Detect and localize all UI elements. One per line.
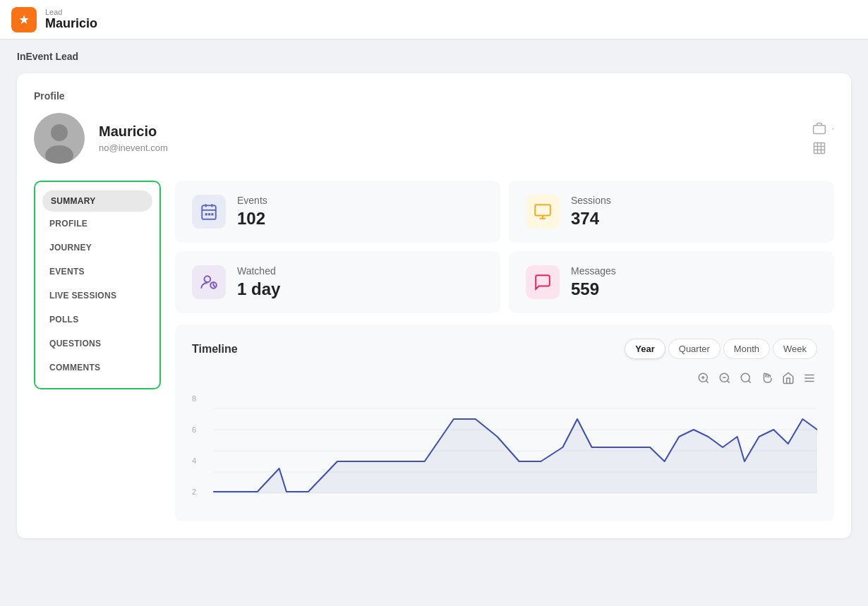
stat-card-messages: Messages 559 bbox=[509, 251, 834, 313]
home-icon[interactable] bbox=[780, 370, 796, 386]
y-axis-labels: 2 4 6 8 bbox=[192, 394, 209, 507]
timeline-title: Timeline bbox=[192, 343, 238, 356]
app-label: Lead bbox=[45, 8, 97, 16]
timeline-controls: Year Quarter Month Week bbox=[625, 339, 817, 359]
y-label-6: 6 bbox=[192, 425, 209, 434]
pan-icon[interactable] bbox=[759, 370, 775, 386]
events-label: Events bbox=[237, 195, 267, 206]
svg-point-20 bbox=[205, 276, 211, 282]
profile-info: Mauricio no@inevent.com · bbox=[34, 113, 834, 164]
svg-rect-17 bbox=[535, 205, 550, 215]
content-layout: SUMMARY PROFILE JOURNEY EVENTS LIVE SESS… bbox=[34, 181, 834, 521]
timeline-header: Timeline Year Quarter Month Week bbox=[192, 339, 817, 359]
watched-label: Watched bbox=[237, 265, 280, 277]
svg-point-1 bbox=[51, 124, 68, 141]
timeline-btn-quarter[interactable]: Quarter bbox=[668, 339, 721, 359]
y-label-4: 4 bbox=[192, 456, 209, 465]
sidebar-nav: SUMMARY PROFILE JOURNEY EVENTS LIVE SESS… bbox=[34, 181, 161, 389]
sidebar-item-summary[interactable]: SUMMARY bbox=[42, 190, 152, 212]
events-value: 102 bbox=[237, 209, 267, 229]
chart-tools bbox=[192, 370, 817, 386]
sidebar-item-events[interactable]: EVENTS bbox=[35, 260, 159, 284]
svg-rect-5 bbox=[814, 143, 824, 154]
logo-icon: ★ bbox=[18, 12, 30, 28]
svg-rect-10 bbox=[202, 205, 216, 219]
watched-value: 1 day bbox=[237, 279, 280, 299]
stat-card-watched: Watched 1 day bbox=[175, 251, 500, 313]
chart-container: 2 4 6 8 bbox=[192, 394, 817, 507]
watched-stat-text: Watched 1 day bbox=[237, 265, 280, 299]
briefcase-dot: · bbox=[832, 123, 834, 133]
messages-icon bbox=[526, 265, 560, 299]
stat-card-sessions: Sessions 374 bbox=[509, 181, 834, 243]
top-bar: ★ Lead Mauricio bbox=[0, 0, 868, 40]
sidebar-item-journey[interactable]: JOURNEY bbox=[35, 236, 159, 260]
svg-line-23 bbox=[706, 380, 708, 382]
sidebar-item-profile[interactable]: PROFILE bbox=[35, 212, 159, 236]
profile-meta-building bbox=[812, 141, 834, 155]
profile-meta-briefcase: · bbox=[812, 121, 834, 135]
stats-grid: Events 102 bbox=[175, 181, 834, 313]
events-stat-text: Events 102 bbox=[237, 195, 267, 229]
svg-marker-39 bbox=[214, 419, 817, 493]
timeline-btn-month[interactable]: Month bbox=[723, 339, 770, 359]
profile-name: Mauricio bbox=[99, 123, 770, 140]
timeline-btn-week[interactable]: Week bbox=[773, 339, 817, 359]
messages-stat-text: Messages 559 bbox=[571, 265, 616, 299]
chart-svg bbox=[192, 394, 817, 507]
menu-icon[interactable] bbox=[802, 370, 817, 386]
profile-email: no@inevent.com bbox=[99, 143, 770, 153]
app-logo: ★ bbox=[11, 7, 37, 32]
sessions-icon bbox=[526, 195, 560, 229]
sidebar-item-polls[interactable]: POLLS bbox=[35, 308, 159, 332]
messages-label: Messages bbox=[571, 265, 616, 277]
y-label-8: 8 bbox=[192, 394, 209, 403]
app-title: Lead Mauricio bbox=[45, 8, 97, 31]
avatar bbox=[34, 113, 85, 164]
profile-details: Mauricio no@inevent.com bbox=[99, 123, 770, 153]
svg-line-30 bbox=[748, 380, 750, 382]
page-wrap: InEvent Lead Profile Mauricio no@inevent… bbox=[0, 40, 868, 550]
svg-rect-3 bbox=[813, 126, 825, 134]
zoom-out-icon[interactable] bbox=[717, 370, 733, 386]
svg-rect-14 bbox=[205, 213, 207, 215]
svg-rect-15 bbox=[208, 213, 210, 215]
messages-value: 559 bbox=[571, 279, 616, 299]
profile-section: Profile Mauricio no@inevent.com bbox=[34, 90, 834, 164]
stats-area: Events 102 bbox=[175, 181, 834, 521]
app-name: Mauricio bbox=[45, 16, 97, 31]
sidebar-item-questions[interactable]: QUESTIONS bbox=[35, 332, 159, 356]
svg-rect-16 bbox=[211, 213, 213, 215]
timeline-card: Timeline Year Quarter Month Week bbox=[175, 325, 834, 521]
watched-icon bbox=[192, 265, 226, 299]
y-label-2: 2 bbox=[192, 487, 209, 496]
sessions-stat-text: Sessions 374 bbox=[571, 195, 611, 229]
main-card: Profile Mauricio no@inevent.com bbox=[17, 73, 851, 538]
page-heading: InEvent Lead bbox=[17, 51, 851, 62]
sessions-value: 374 bbox=[571, 209, 611, 229]
profile-meta: · bbox=[812, 121, 834, 155]
profile-label: Profile bbox=[34, 90, 834, 102]
sessions-label: Sessions bbox=[571, 195, 611, 206]
svg-line-27 bbox=[727, 380, 729, 382]
stat-card-events: Events 102 bbox=[175, 181, 500, 243]
zoom-in-icon[interactable] bbox=[696, 370, 711, 386]
magnify-icon[interactable] bbox=[738, 370, 754, 386]
events-icon bbox=[192, 195, 226, 229]
timeline-btn-year[interactable]: Year bbox=[625, 339, 665, 359]
sidebar-item-comments[interactable]: COMMENTS bbox=[35, 356, 159, 380]
svg-point-29 bbox=[741, 373, 749, 382]
sidebar-item-live-sessions[interactable]: LIVE SESSIONS bbox=[35, 284, 159, 308]
